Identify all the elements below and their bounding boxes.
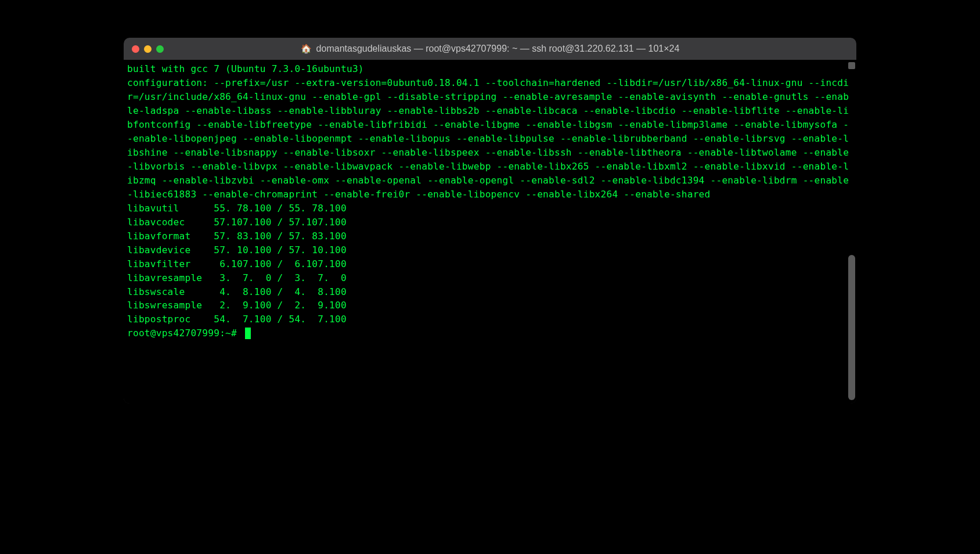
lib-version-line: libavfilter 6.107.100 / 6.107.100 xyxy=(127,257,853,271)
lib-version-line: libswscale 4. 8.100 / 4. 8.100 xyxy=(127,285,853,299)
cursor xyxy=(245,328,251,339)
shell-prompt: root@vps42707999:~# xyxy=(127,326,243,340)
home-icon: 🏠 xyxy=(301,44,312,54)
terminal-window: 🏠 domantasgudeliauskas — root@vps4270799… xyxy=(124,38,856,404)
lib-version-line: libswresample 2. 9.100 / 2. 9.100 xyxy=(127,298,853,312)
window-title: domantasgudeliauskas — root@vps42707999:… xyxy=(316,44,680,54)
lib-version-line: libavcodec 57.107.100 / 57.107.100 xyxy=(127,215,853,229)
terminal-output-config: built with gcc 7 (Ubuntu 7.3.0-16ubuntu3… xyxy=(127,62,853,202)
lib-version-line: libavformat 57. 83.100 / 57. 83.100 xyxy=(127,229,853,243)
lib-version-line: libavresample 3. 7. 0 / 3. 7. 0 xyxy=(127,271,853,285)
title-bar[interactable]: 🏠 domantasgudeliauskas — root@vps4270799… xyxy=(124,38,856,60)
lib-version-line: libavutil 55. 78.100 / 55. 78.100 xyxy=(127,202,853,215)
maximize-button[interactable] xyxy=(156,45,164,53)
lib-version-line: libavdevice 57. 10.100 / 57. 10.100 xyxy=(127,243,853,257)
window-title-container: 🏠 domantasgudeliauskas — root@vps4270799… xyxy=(301,44,680,54)
scroll-indicator xyxy=(848,62,855,69)
lib-version-line: libpostproc 54. 7.100 / 54. 7.100 xyxy=(127,312,853,326)
minimize-button[interactable] xyxy=(144,45,152,53)
close-button[interactable] xyxy=(132,45,139,53)
prompt-line[interactable]: root@vps42707999:~# xyxy=(127,326,853,340)
terminal-body[interactable]: built with gcc 7 (Ubuntu 7.3.0-16ubuntu3… xyxy=(124,60,856,404)
scrollbar-thumb[interactable] xyxy=(848,255,855,400)
traffic-lights xyxy=(132,45,164,53)
